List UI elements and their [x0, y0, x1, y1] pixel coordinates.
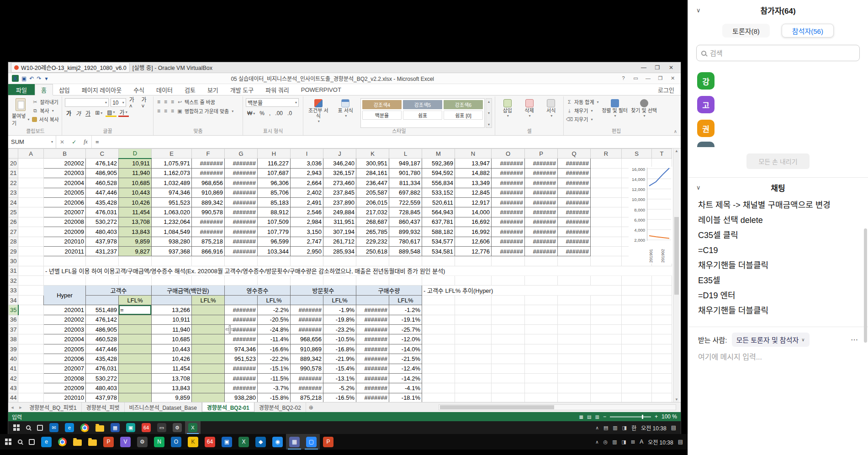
cell[interactable]: 2,747 — [291, 237, 323, 246]
cell[interactable]: ####### — [225, 383, 258, 393]
cell[interactable]: 938,280 — [225, 393, 258, 402]
cell[interactable] — [622, 383, 652, 393]
table-group-header[interactable]: 구매수량 — [356, 286, 422, 295]
row-header-31[interactable]: 31 — [9, 266, 18, 275]
cell[interactable]: -14.0% — [389, 344, 422, 354]
cell[interactable] — [492, 325, 525, 334]
cell[interactable]: 974,346 — [152, 188, 192, 197]
cell[interactable]: 205,587 — [356, 188, 389, 197]
cell[interactable] — [192, 276, 225, 286]
taskbar-start-button[interactable] — [2, 434, 15, 450]
cell[interactable] — [192, 325, 225, 334]
cell[interactable] — [119, 344, 152, 354]
row-header-29[interactable]: 29 — [9, 246, 18, 256]
cell[interactable] — [652, 276, 672, 286]
cell[interactable]: ####### — [492, 159, 525, 168]
cell[interactable] — [591, 344, 622, 354]
chat-more-button[interactable]: ⋯ — [851, 335, 858, 344]
cell[interactable]: 249,884 — [323, 207, 356, 217]
cell[interactable]: ####### — [525, 246, 558, 256]
cell[interactable]: ####### — [225, 168, 258, 178]
cell[interactable]: 11,940 — [152, 325, 192, 334]
zoom-slider-thumb[interactable] — [642, 415, 643, 419]
cell[interactable] — [18, 364, 44, 373]
cell[interactable] — [119, 315, 152, 324]
cell[interactable]: ####### — [225, 305, 258, 315]
cell[interactable] — [558, 344, 591, 354]
cell[interactable]: ####### — [525, 217, 558, 227]
row-header-35[interactable]: 35 — [9, 305, 18, 315]
cell[interactable]: ####### — [225, 373, 258, 383]
cell[interactable]: ####### — [525, 188, 558, 197]
cell[interactable]: 1,032,489 — [152, 178, 192, 188]
cell[interactable]: -5.2% — [323, 383, 356, 393]
cell-style-강조색6[interactable]: 강조색6 — [444, 100, 483, 109]
cell[interactable]: 346,240 — [323, 159, 356, 168]
table-group-header[interactable]: 구매금액(백만원) — [152, 286, 225, 295]
tray-icon-0[interactable]: ▤ — [603, 425, 608, 431]
taskbar-icon-app-teal[interactable]: ▣ — [123, 421, 138, 434]
cell[interactable] — [192, 373, 225, 383]
analysis-note[interactable]: - 년별 LFL을 이용 하여 이용고객/구매금액/영수증수 해석(Ex. 20… — [44, 266, 672, 275]
taskbar-icon-mail[interactable]: ✉ — [46, 421, 62, 434]
cell[interactable]: 889,548 — [389, 246, 422, 256]
cell[interactable]: 13,349 — [455, 178, 492, 188]
cell[interactable]: 447,446 — [86, 344, 119, 354]
cell[interactable] — [622, 334, 652, 344]
cell[interactable] — [652, 373, 672, 383]
cell[interactable]: 951,523 — [152, 197, 192, 207]
row-header-27[interactable]: 27 — [9, 227, 18, 237]
cell[interactable]: -21.9% — [323, 354, 356, 364]
column-header-L[interactable]: L — [389, 149, 422, 159]
cell[interactable]: -15.1% — [258, 364, 291, 373]
cell[interactable]: 1,232,064 — [152, 217, 192, 227]
find-select-button[interactable]: 찾기 및 선택▾ — [631, 98, 657, 128]
vertical-scroll-thumb[interactable] — [674, 217, 679, 295]
cell[interactable]: 202011 — [44, 246, 86, 256]
panel-tab-토론자(8)[interactable]: 토론자(8) — [722, 24, 770, 37]
cell[interactable]: 116,227 — [258, 159, 291, 168]
taskbar-icon-app-blue[interactable]: ▦ — [107, 421, 123, 434]
grow-font-button[interactable]: 가˄ — [128, 99, 138, 107]
cell[interactable]: ####### — [525, 207, 558, 217]
cell[interactable]: ####### — [525, 237, 558, 246]
cell[interactable]: -12.4% — [389, 364, 422, 373]
align-middle-icon[interactable]: ≡ — [163, 99, 168, 105]
cell[interactable]: 237,845 — [323, 188, 356, 197]
cell[interactable]: -3.7% — [258, 383, 291, 393]
cell[interactable] — [455, 315, 492, 324]
cell[interactable] — [558, 383, 591, 393]
cell[interactable]: 229,232 — [356, 237, 389, 246]
cell[interactable]: 551,489 — [86, 305, 119, 315]
select-all-button[interactable] — [9, 149, 18, 159]
align-right-icon[interactable]: ≡ — [170, 108, 175, 114]
active-cell-D35[interactable]: = — [119, 305, 152, 315]
cell[interactable] — [455, 305, 492, 315]
column-header-O[interactable]: O — [492, 149, 525, 159]
cell[interactable]: ####### — [225, 334, 258, 344]
cell[interactable] — [258, 276, 291, 286]
cell[interactable] — [525, 305, 558, 315]
tray-icon-1[interactable]: ▥ — [612, 439, 617, 445]
cell[interactable]: 974,346 — [225, 344, 258, 354]
cell[interactable] — [652, 315, 672, 324]
cell[interactable] — [422, 344, 455, 354]
cell[interactable] — [119, 393, 152, 402]
taskbar-icon-photos[interactable]: ▣ — [218, 434, 235, 450]
cell[interactable]: 85,706 — [258, 188, 291, 197]
cell[interactable] — [525, 315, 558, 324]
cell[interactable] — [591, 256, 622, 266]
cell[interactable] — [492, 373, 525, 383]
cell[interactable] — [525, 364, 558, 373]
paste-button[interactable]: 붙여넣기▾ — [12, 98, 29, 128]
cell[interactable]: 85,183 — [258, 197, 291, 207]
ribbon-tab-수식[interactable]: 수식 — [127, 84, 150, 95]
cell[interactable]: ####### — [356, 383, 389, 393]
panel-tab-참석자(56)[interactable]: 참석자(56) — [782, 24, 834, 37]
column-header-P[interactable]: P — [525, 149, 558, 159]
page-break-view-button[interactable]: ▥ — [595, 414, 599, 419]
tray-expand-chevron[interactable]: ∧ — [595, 439, 598, 444]
shrink-font-button[interactable]: 가˅ — [140, 99, 150, 107]
cell[interactable]: 9,827 — [119, 246, 152, 256]
cell[interactable]: 13,708 — [152, 373, 192, 383]
